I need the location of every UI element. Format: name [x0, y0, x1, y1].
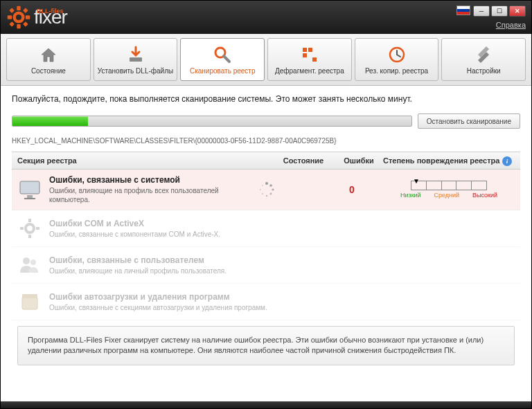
svg-rect-32 — [36, 227, 39, 230]
tab-backup[interactable]: Рез. копир. реестра — [355, 38, 439, 81]
close-button[interactable]: ✕ — [509, 6, 526, 17]
minimize-button[interactable]: ─ — [473, 6, 490, 17]
tab-settings[interactable]: Настройки — [441, 38, 526, 81]
tab-label: Рез. копир. реестра — [365, 67, 428, 75]
col-damage: Степень повреждения реестра i — [383, 156, 515, 165]
damage-high: Высокий — [472, 192, 497, 199]
svg-rect-2 — [17, 24, 20, 28]
sections-list: Ошибки, связанные с системой Ошибки, вли… — [12, 170, 520, 320]
damage-marker-icon: ▼ — [413, 177, 420, 185]
tab-label: Состояние — [31, 67, 66, 75]
logo: DLL-files fixer — [6, 5, 67, 30]
svg-rect-29 — [28, 219, 31, 222]
svg-rect-35 — [22, 297, 37, 309]
section-desc: Ошибки, влияющие на личный профиль польз… — [49, 266, 515, 275]
svg-rect-36 — [22, 294, 37, 298]
spinner-icon — [258, 181, 275, 198]
section-title: Ошибки автозагрузки и удаления программ — [49, 292, 515, 302]
section-desc: Ошибки, связанные с компонентами COM и A… — [49, 230, 515, 239]
svg-point-34 — [30, 260, 36, 265]
tools-icon — [474, 45, 493, 64]
section-state — [258, 181, 321, 198]
col-state: Состояние — [272, 156, 335, 165]
tab-label: Дефрагмент. реестра — [275, 67, 344, 75]
stop-scan-button[interactable]: Остановить сканирование — [418, 113, 520, 129]
section-title: Ошибки COM и ActiveX — [49, 219, 515, 228]
svg-point-24 — [266, 195, 267, 197]
tab-install[interactable]: Установить DLL-файлы — [94, 38, 178, 81]
svg-line-11 — [224, 56, 229, 62]
svg-point-0 — [15, 13, 24, 22]
svg-point-27 — [262, 185, 263, 186]
users-icon — [17, 253, 42, 278]
section-errors: 0 — [328, 184, 376, 195]
logo-text: DLL-files fixer — [34, 6, 67, 28]
table-header: Секция реестра Состояние Ошибки Степень … — [12, 152, 520, 170]
tab-label: Установить DLL-файлы — [98, 67, 173, 75]
svg-rect-3 — [8, 15, 12, 19]
help-link[interactable]: Справка — [496, 21, 526, 29]
svg-rect-19 — [24, 198, 35, 199]
damage-low: Низкий — [400, 192, 421, 199]
progress-fill — [12, 116, 88, 126]
svg-rect-18 — [27, 195, 33, 198]
tab-defrag[interactable]: Дефрагмент. реестра — [267, 38, 352, 81]
section-row-system: Ошибки, связанные с системой Ошибки, вли… — [12, 170, 520, 210]
blocks-icon — [300, 45, 319, 64]
svg-rect-6 — [23, 8, 28, 13]
clock-icon — [387, 45, 407, 64]
tab-scan[interactable]: Сканировать реестр — [180, 38, 265, 81]
section-title: Ошибки, связанные с системой — [49, 175, 251, 185]
damage-widget: ▼ Низкий Средний Высокий — [383, 181, 515, 199]
tab-label: Настройки — [467, 67, 501, 75]
svg-rect-31 — [20, 227, 24, 230]
svg-rect-5 — [9, 8, 15, 13]
col-damage-label: Степень повреждения реестра — [383, 156, 499, 165]
section-row-startup: Ошибки автозагрузки и удаления программ … — [12, 284, 520, 320]
section-text: Ошибки COM и ActiveX Ошибки, связанные с… — [49, 219, 515, 239]
section-text: Ошибки, связанные с пользователем Ошибки… — [49, 255, 515, 275]
damage-meter: ▼ — [411, 181, 487, 190]
svg-rect-14 — [303, 53, 307, 57]
search-icon — [213, 45, 232, 64]
section-desc: Ошибки, влияющие на профиль всех пользов… — [49, 186, 251, 204]
damage-mid: Средний — [434, 192, 459, 199]
bottom-frame — [1, 401, 531, 408]
svg-point-25 — [262, 193, 263, 194]
svg-rect-13 — [308, 48, 312, 52]
svg-point-23 — [270, 193, 272, 195]
window-controls: ─ ☐ ✕ — [456, 6, 526, 17]
status-line: Пожалуйста, подождите, пока выполняется … — [12, 94, 520, 104]
svg-rect-8 — [23, 21, 28, 27]
package-icon — [17, 289, 42, 314]
col-section: Секция реестра — [17, 156, 272, 165]
section-row-user: Ошибки, связанные с пользователем Ошибки… — [12, 247, 520, 284]
svg-point-33 — [23, 257, 30, 264]
col-errors: Ошибки — [335, 156, 383, 165]
locale-flag-icon[interactable] — [456, 6, 470, 15]
progress-bar — [12, 116, 412, 127]
svg-rect-15 — [312, 57, 317, 62]
section-text: Ошибки, связанные с системой Ошибки, вли… — [49, 175, 251, 204]
content: Пожалуйста, подождите, пока выполняется … — [1, 86, 531, 401]
svg-point-22 — [272, 188, 274, 190]
damage-labels: Низкий Средний Высокий — [400, 192, 497, 199]
tab-state[interactable]: Состояние — [6, 38, 91, 81]
svg-rect-9 — [130, 57, 142, 62]
app-window: DLL-files fixer ─ ☐ ✕ Справка Состояние — [0, 0, 532, 409]
section-row-com: Ошибки COM и ActiveX Ошибки, связанные с… — [12, 210, 520, 247]
cog-icon — [6, 5, 31, 30]
progress-row: Остановить сканирование — [12, 113, 520, 129]
section-text: Ошибки автозагрузки и удаления программ … — [49, 292, 515, 312]
svg-point-28 — [26, 224, 34, 233]
svg-rect-1 — [17, 6, 20, 10]
section-desc: Ошибки, связанные с секциями автозагрузк… — [49, 303, 515, 312]
gear-icon — [17, 216, 42, 241]
svg-point-20 — [265, 182, 268, 185]
info-icon[interactable]: i — [502, 156, 512, 166]
svg-rect-30 — [28, 235, 31, 238]
section-title: Ошибки, связанные с пользователем — [49, 255, 515, 265]
maximize-button[interactable]: ☐ — [491, 6, 508, 17]
home-icon — [39, 45, 58, 64]
tab-label: Сканировать реестр — [190, 67, 256, 75]
